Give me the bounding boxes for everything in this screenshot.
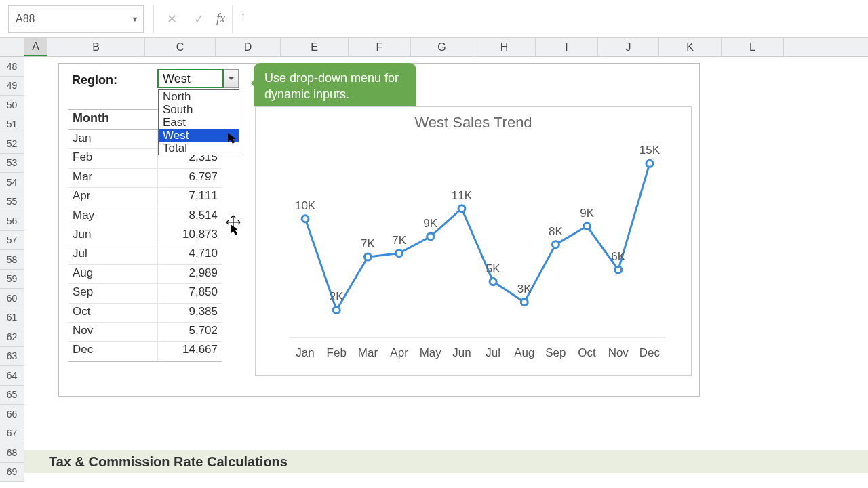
svg-text:Oct: Oct: [578, 346, 596, 359]
svg-text:Jun: Jun: [452, 346, 471, 359]
select-all-corner[interactable]: [0, 38, 24, 57]
row-header-52[interactable]: 52: [0, 134, 24, 154]
dropdown-option-total[interactable]: Total: [159, 142, 239, 155]
cell-month: Jun: [68, 226, 158, 245]
col-header-H[interactable]: H: [473, 38, 536, 56]
svg-point-11: [458, 205, 465, 212]
formula-input[interactable]: [232, 5, 868, 33]
col-header-L[interactable]: L: [722, 38, 784, 56]
svg-text:9K: 9K: [580, 207, 594, 220]
row-header-69[interactable]: 69: [0, 463, 24, 483]
row-header-49[interactable]: 49: [0, 77, 24, 96]
name-box-text: A88: [9, 13, 127, 25]
row-header-60[interactable]: 60: [0, 289, 24, 308]
chevron-down-icon[interactable]: ▼: [127, 15, 143, 23]
dropdown-option-south[interactable]: South: [159, 103, 239, 116]
row-header-59[interactable]: 59: [0, 270, 24, 289]
grid-area: ABCDEFGHIJKL 484950515253545556575859606…: [0, 38, 868, 488]
svg-text:7K: 7K: [392, 234, 406, 247]
row-header-56[interactable]: 56: [0, 211, 24, 231]
svg-text:Sep: Sep: [545, 346, 566, 359]
cancel-icon[interactable]: ✕: [158, 5, 185, 33]
tooltip-callout: Use drop-down menu for dynamic inputs.: [254, 63, 416, 110]
svg-text:Apr: Apr: [390, 346, 408, 359]
col-header-C[interactable]: C: [145, 38, 216, 56]
svg-point-9: [427, 233, 434, 240]
cell-month: Nov: [68, 323, 158, 341]
cell-month: Oct: [68, 304, 158, 322]
cell-value: 2,989: [158, 265, 222, 283]
table-row: Oct9,385: [68, 304, 222, 323]
cell-month: Aug: [68, 265, 158, 283]
svg-point-23: [646, 160, 653, 167]
table-row: Apr7,111: [68, 188, 222, 207]
col-header-D[interactable]: D: [216, 38, 281, 56]
cell-month: Sep: [68, 284, 158, 302]
row-header-58[interactable]: 58: [0, 250, 24, 270]
row-header-54[interactable]: 54: [0, 173, 24, 192]
row-header-64[interactable]: 64: [0, 366, 24, 386]
formula-bar: A88 ▼ ✕ ✓ fx: [0, 0, 868, 38]
svg-text:6K: 6K: [611, 250, 625, 263]
row-header-66[interactable]: 66: [0, 405, 24, 424]
svg-text:3K: 3K: [517, 283, 532, 296]
col-header-E[interactable]: E: [281, 38, 349, 56]
col-header-I[interactable]: I: [536, 38, 598, 56]
cell-month: Dec: [68, 342, 158, 361]
row-header-51[interactable]: 51: [0, 115, 24, 135]
cell-month: Apr: [68, 188, 158, 206]
col-header-J[interactable]: J: [598, 38, 659, 56]
dropdown-option-west[interactable]: West: [159, 129, 239, 142]
region-label: Region:: [72, 73, 117, 87]
svg-point-1: [302, 216, 309, 222]
region-dropdown-value: West: [163, 72, 191, 86]
col-header-A[interactable]: A: [24, 38, 47, 56]
section-title: Tax & Commission Rate Calculations: [49, 454, 288, 470]
cell-value: 8,514: [158, 207, 222, 226]
name-box[interactable]: A88 ▼: [8, 5, 144, 33]
svg-point-17: [552, 241, 559, 248]
row-header-62[interactable]: 62: [0, 327, 24, 347]
cell-value: 7,111: [158, 188, 222, 206]
row-header-67[interactable]: 67: [0, 424, 24, 444]
region-dropdown-button[interactable]: [224, 69, 239, 88]
col-header-G[interactable]: G: [411, 38, 473, 56]
row-header-48[interactable]: 48: [0, 57, 24, 77]
table-row: Sep7,850: [68, 284, 222, 303]
svg-text:15K: 15K: [639, 144, 660, 157]
row-header-53[interactable]: 53: [0, 154, 24, 174]
cell-month: Mar: [68, 169, 158, 187]
row-header-63[interactable]: 63: [0, 347, 24, 367]
row-header-57[interactable]: 57: [0, 231, 24, 251]
cell-month: Jan: [68, 130, 158, 148]
fx-icon[interactable]: fx: [216, 12, 225, 26]
col-header-K[interactable]: K: [659, 38, 722, 56]
row-header-61[interactable]: 61: [0, 308, 24, 328]
table-row: Jul4,710: [68, 245, 222, 264]
table-row: Nov5,702: [68, 323, 222, 342]
table-row: Mar6,797: [68, 169, 222, 188]
col-header-F[interactable]: F: [349, 38, 411, 56]
region-dropdown-list[interactable]: NorthSouthEastWestTotal: [158, 89, 239, 155]
cells: Region: West NorthSouthEastWestTotal Use…: [24, 57, 868, 488]
dropdown-option-north[interactable]: North: [159, 90, 239, 103]
svg-text:Dec: Dec: [639, 346, 660, 359]
accept-icon[interactable]: ✓: [185, 5, 212, 33]
row-header-68[interactable]: 68: [0, 443, 24, 463]
cell-month: Jul: [68, 245, 158, 264]
cell-value: 7,850: [158, 284, 222, 302]
region-dropdown-cell[interactable]: West: [157, 69, 224, 88]
svg-text:Nov: Nov: [608, 346, 629, 359]
col-header-B[interactable]: B: [47, 38, 145, 56]
cell-value: 6,797: [158, 169, 222, 187]
row-header-55[interactable]: 55: [0, 192, 24, 212]
chart-container[interactable]: West Sales Trend 10K2K7K7K9K11K5K3K8K9K6…: [255, 106, 692, 376]
svg-text:7K: 7K: [361, 237, 375, 250]
row-header-65[interactable]: 65: [0, 386, 24, 405]
svg-text:May: May: [420, 346, 442, 359]
dropdown-option-east[interactable]: East: [159, 116, 239, 129]
row-header-50[interactable]: 50: [0, 96, 24, 115]
svg-point-19: [584, 223, 591, 230]
svg-text:11K: 11K: [452, 189, 473, 202]
separator: [153, 5, 154, 33]
